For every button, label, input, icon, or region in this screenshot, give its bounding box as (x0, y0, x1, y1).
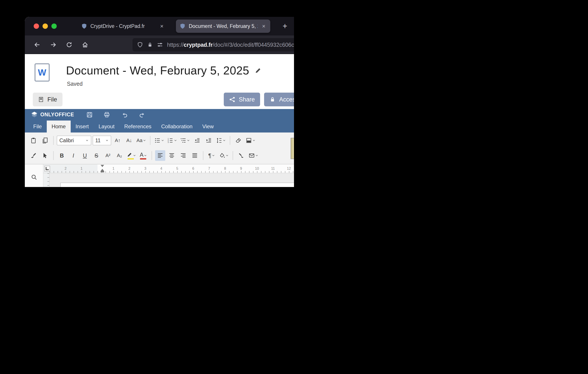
left-indent-handle[interactable] (101, 171, 104, 172)
font-size-value: 11 (95, 138, 103, 144)
save-button[interactable] (85, 111, 94, 119)
access-lock-icon (269, 96, 276, 103)
ruler-number: 5 (176, 167, 178, 171)
tracking-protection-shield-icon[interactable] (137, 42, 143, 48)
browser-navigation-bar: https://cryptpad.fr/doc/#/3/doc/edit/ff0… (25, 35, 294, 54)
horizontal-ruler[interactable]: 2 1 1 2 3 4 5 6 7 8 9 10 11 12 13 14 15 (43, 164, 294, 173)
toolbar-row-1: Calibri 11 A↑ A↓ Aa (28, 134, 256, 147)
toolbar-separator (53, 136, 54, 145)
reload-button[interactable] (63, 39, 75, 51)
left-tool-strip (25, 164, 43, 187)
menu-tab-view[interactable]: View (197, 121, 219, 133)
highlight-color-bar (128, 158, 134, 159)
copy-button[interactable] (40, 135, 50, 146)
copy-style-button[interactable] (236, 150, 246, 161)
align-right-button[interactable] (178, 150, 188, 161)
ruler-number: 1 (81, 167, 83, 171)
print-button[interactable] (102, 111, 111, 119)
document-page[interactable] (60, 183, 294, 187)
cryptpad-header: W Document - Wed, February 5, 2025 Saved… (25, 54, 294, 90)
nonprinting-characters-button[interactable]: ¶ (207, 150, 217, 161)
forward-button[interactable] (47, 39, 59, 51)
access-button-label: Access (279, 96, 294, 103)
left-indent-marker[interactable] (101, 169, 104, 171)
align-center-button[interactable] (167, 150, 177, 161)
window-close-button[interactable] (34, 23, 39, 29)
browser-tab-bar: CryptDrive - CryptPad.fr × Document - We… (25, 17, 294, 35)
decrease-indent-button[interactable] (192, 135, 202, 146)
connection-lock-icon[interactable] (147, 42, 153, 48)
decrease-font-button[interactable]: A↓ (124, 135, 134, 146)
italic-button[interactable]: I (68, 150, 78, 161)
tab-close-icon[interactable]: × (159, 23, 165, 30)
font-color-button[interactable]: A (138, 150, 148, 161)
mail-merge-button[interactable] (248, 150, 259, 161)
subscript-button[interactable]: A₂ (114, 150, 125, 161)
undo-button[interactable] (120, 111, 129, 119)
format-painter-button[interactable] (28, 150, 39, 161)
document-title[interactable]: Document - Wed, February 5, 2025 (66, 64, 249, 77)
tab-document-active[interactable]: Document - Wed, February 5, 2 × (176, 20, 270, 33)
multilevel-list-button[interactable] (179, 135, 191, 146)
font-size-select[interactable]: 11 (93, 135, 111, 145)
tab-close-icon[interactable]: × (261, 23, 267, 30)
url-domain: cryptpad.fr (184, 42, 213, 48)
share-button[interactable]: Share (224, 93, 260, 106)
align-left-button[interactable] (155, 150, 165, 161)
increase-font-button[interactable]: A↑ (113, 135, 123, 146)
justify-button[interactable] (190, 150, 200, 161)
url-bar[interactable]: https://cryptpad.fr/doc/#/3/doc/edit/ff0… (133, 38, 294, 52)
menu-tab-collaboration[interactable]: Collaboration (157, 121, 197, 133)
window-minimize-button[interactable] (42, 23, 48, 29)
ruler-number: 7 (208, 167, 210, 171)
menu-tab-references[interactable]: References (119, 121, 157, 133)
toolbar-separator (150, 136, 150, 145)
paste-button[interactable] (28, 135, 39, 146)
tab-stop-L-icon (46, 167, 49, 170)
vertical-ruler[interactable]: 2 1 1 2 3 4 5 6 (43, 173, 50, 187)
menu-tab-layout[interactable]: Layout (94, 121, 119, 133)
first-line-indent-marker[interactable] (101, 165, 104, 167)
window-controls (34, 23, 57, 29)
window-zoom-button[interactable] (51, 23, 57, 29)
increase-indent-button[interactable] (204, 135, 214, 146)
ruler-number: 2 (65, 167, 67, 171)
access-button[interactable]: Access (264, 93, 294, 106)
change-case-button[interactable]: Aa (136, 135, 147, 146)
file-menu-button[interactable]: File (33, 93, 63, 106)
underline-button[interactable]: U (80, 150, 90, 161)
highlight-color-button[interactable] (126, 150, 137, 161)
new-tab-button[interactable]: + (278, 20, 292, 33)
menu-tab-home[interactable]: Home (47, 121, 71, 133)
home-button[interactable] (79, 39, 91, 51)
paragraph-shading-button[interactable] (245, 135, 256, 146)
desktop-background: CryptDrive - CryptPad.fr × Document - We… (0, 0, 294, 187)
fill-color-button[interactable] (218, 150, 230, 161)
bullet-list-button[interactable] (154, 135, 165, 146)
redo-button[interactable] (138, 111, 147, 119)
superscript-button[interactable]: A² (103, 150, 113, 161)
line-spacing-button[interactable] (215, 135, 227, 146)
permissions-sliders-icon[interactable] (157, 42, 163, 48)
browser-window: CryptDrive - CryptPad.fr × Document - We… (25, 17, 294, 187)
toolbar-separator (152, 151, 152, 160)
document-canvas[interactable] (50, 173, 294, 187)
menu-tab-insert[interactable]: Insert (71, 121, 94, 133)
menu-tab-file[interactable]: File (28, 121, 47, 133)
brand-name: ONLYOFFICE (40, 112, 74, 118)
rename-pencil-icon[interactable] (254, 67, 262, 74)
bold-button[interactable]: B (57, 150, 67, 161)
style-preview-1[interactable] (291, 138, 294, 159)
onlyoffice-logo: ONLYOFFICE (31, 111, 74, 118)
find-button[interactable] (28, 171, 40, 183)
toolbar-row-2: B I U S A² A₂ A (28, 149, 259, 162)
select-tool-button[interactable] (40, 150, 50, 161)
clear-style-button[interactable] (233, 135, 243, 146)
back-button[interactable] (31, 39, 43, 51)
file-button-label: File (47, 96, 57, 103)
font-name-select[interactable]: Calibri (57, 135, 91, 145)
tab-stop-selector[interactable] (44, 166, 50, 171)
strikethrough-button[interactable]: S (91, 150, 102, 161)
numbered-list-button[interactable] (166, 135, 178, 146)
tab-cryptdrive[interactable]: CryptDrive - CryptPad.fr × (78, 20, 168, 33)
